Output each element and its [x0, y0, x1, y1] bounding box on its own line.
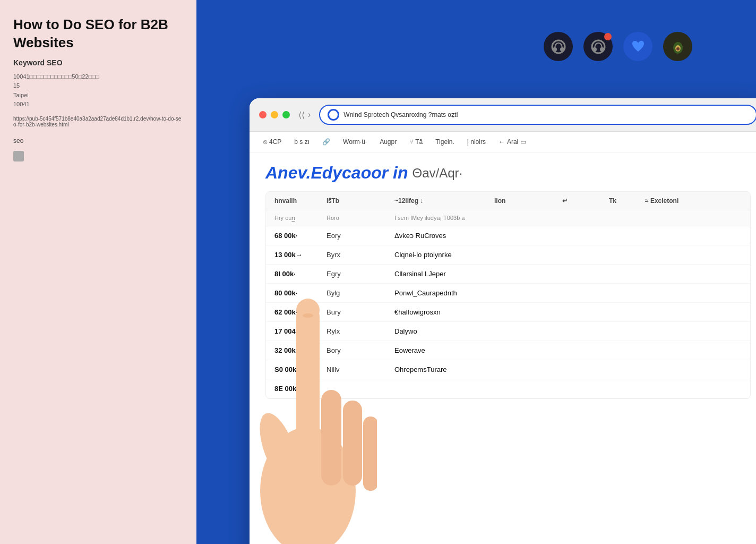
- address-circle-icon: [328, 109, 339, 121]
- avocado-icon: [670, 39, 686, 55]
- meta-line3: Taipei: [13, 92, 29, 98]
- svg-point-11: [296, 299, 320, 322]
- header-suffix: Θav/Aqr·: [413, 166, 463, 181]
- cell-keyword: Cllarsinal LJeper: [394, 270, 490, 278]
- sh-2: I sem IMey iludya¡ T003b a: [394, 215, 605, 222]
- address-bar[interactable]: Wnind Sprotech Qvsanroxing ?rnats αẓtl: [319, 105, 756, 125]
- icon-circle-2: [583, 32, 613, 61]
- title-part1: Anev.: [265, 163, 311, 182]
- tab-label-ta: Tā: [415, 138, 423, 146]
- sh-0: Hry oun̲: [274, 215, 322, 222]
- tab-label-aral: Aral ▭: [507, 138, 526, 146]
- hand-overlay: [239, 225, 377, 544]
- sidebar-meta: 10041□□□□□□□□□□□□50□22□□□ 15 Taipei 1004…: [13, 72, 183, 109]
- tab-item-tigeln[interactable]: Tigeln.: [431, 136, 459, 148]
- svg-rect-12: [321, 390, 341, 486]
- sidebar-tag: seo: [13, 137, 183, 144]
- title-in: in: [393, 163, 408, 182]
- sidebar-icon: [13, 151, 24, 162]
- heart-icon: [630, 39, 646, 55]
- col-header-6: ≈ Excietoni: [645, 197, 709, 205]
- content-title: Anev.Edycaoor in: [265, 163, 408, 183]
- tab-item-0[interactable]: ⎋ 4CP: [259, 136, 286, 148]
- meta-line4: 10041: [13, 101, 30, 107]
- main-area: ⟨⟨ › Wnind Sprotech Qvsanroxing ?rnats α…: [196, 0, 756, 544]
- page-title: How to Do SEO for B2B Websites: [13, 16, 183, 52]
- svg-point-8: [676, 47, 680, 50]
- svg-point-16: [303, 313, 313, 318]
- sidebar-url[interactable]: https://pub-5c454f571b8e40a3a2aad27ade84…: [13, 116, 183, 128]
- cell-keyword: Dalywo: [394, 327, 490, 335]
- meta-line2: 15: [13, 82, 20, 89]
- headphone-icon: [551, 39, 566, 55]
- back-icon[interactable]: ⟨⟨: [298, 110, 305, 120]
- cell-keyword: Clqnei-lo ptolynrke: [394, 251, 490, 259]
- tab-item-ta[interactable]: ⑂ Tā: [405, 136, 427, 148]
- headphone-icon-2: [590, 39, 606, 55]
- meta-line1: 10041□□□□□□□□□□□□50□22□□□: [13, 73, 99, 80]
- browser-tabs-bar: ⎋ 4CP b s zı 🔗 Worm·ü· Augpr ⑂ Tā Tigeln…: [250, 132, 756, 152]
- minimize-button[interactable]: [271, 111, 278, 118]
- col-header-5: Tk: [609, 197, 641, 205]
- tab-item-2[interactable]: 🔗: [318, 136, 334, 148]
- col-header-2: ~12lifeg ↓: [394, 197, 490, 205]
- tab-fork-icon: ⑂: [409, 138, 413, 146]
- traffic-lights: [259, 111, 290, 118]
- cell-keyword: OhrepemsTurare: [394, 366, 490, 373]
- sh-1: Roro: [327, 215, 390, 222]
- sidebar-subtitle: Keyword SEO: [13, 58, 183, 67]
- browser-chrome: ⟨⟨ › Wnind Sprotech Qvsanroxing ?rnats α…: [250, 98, 756, 132]
- page-header: Anev.Edycaoor in Θav/Aqr·: [265, 163, 751, 183]
- tab-arrow-icon: ←: [499, 138, 505, 146]
- col-header-3: lion: [494, 197, 558, 205]
- tab-item-worm[interactable]: Worm·ü·: [339, 136, 371, 148]
- cell-keyword: Δvkeɔ RuCroves: [394, 232, 490, 240]
- title-italic: Edycaoor: [311, 163, 388, 182]
- tab-item-1[interactable]: b s zı: [290, 136, 314, 148]
- svg-rect-13: [343, 401, 362, 486]
- tab-item-nloirs[interactable]: | nloirs: [463, 136, 490, 148]
- tab-label-0: 4CP: [269, 138, 281, 146]
- maximize-button[interactable]: [282, 111, 290, 118]
- cell-keyword: Eowerave: [394, 346, 490, 354]
- table-subheader: Hry oun̲ Roro I sem IMey iludya¡ T003b a: [266, 210, 750, 226]
- col-header-1: ls̃Tb: [327, 197, 390, 205]
- close-button[interactable]: [259, 111, 267, 118]
- cell-keyword: €halfowigrosxn: [394, 308, 490, 316]
- svg-rect-14: [363, 416, 377, 491]
- pointing-hand-svg: [239, 225, 377, 544]
- nav-arrows: ⟨⟨ ›: [298, 110, 311, 120]
- address-text: Wnind Sprotech Qvsanroxing ?rnats αẓtl: [343, 111, 749, 118]
- svg-rect-10: [296, 305, 320, 454]
- cell-keyword: Ponwl_Caurapednth: [394, 289, 490, 297]
- tab-icon-0: ⎋: [263, 138, 267, 146]
- tab-item-augpr[interactable]: Augpr: [375, 136, 401, 148]
- icon-circle-4: [663, 32, 692, 61]
- col-header-4: ↵: [562, 197, 605, 205]
- sidebar: How to Do SEO for B2B Websites Keyword S…: [0, 0, 196, 544]
- icon-circle-1: [544, 32, 573, 61]
- tab-item-aral[interactable]: ← Aral ▭: [494, 136, 530, 148]
- table-header: hnvalih ls̃Tb ~12lifeg ↓ lion ↵ Tk ≈ Exc…: [266, 192, 750, 210]
- top-icons-bar: [544, 32, 692, 61]
- forward-icon[interactable]: ›: [308, 110, 311, 120]
- icon-circle-3: [623, 32, 652, 61]
- col-header-0: hnvalih: [274, 197, 322, 205]
